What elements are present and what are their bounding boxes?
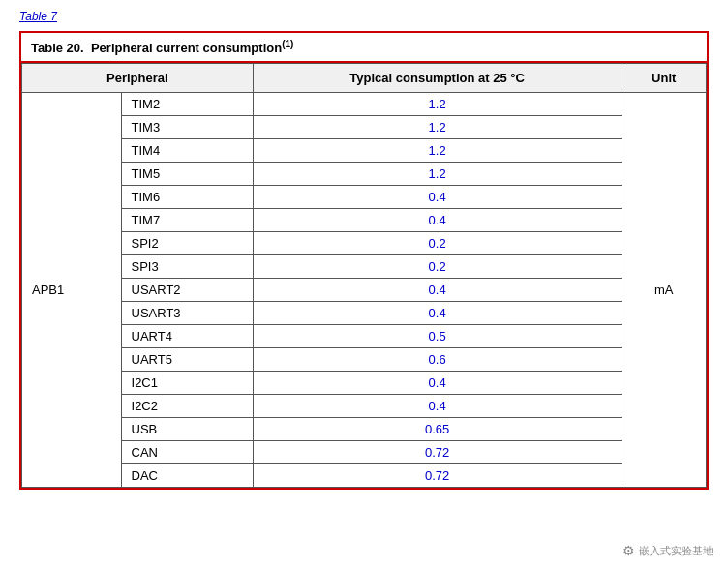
peripheral-name: I2C2: [121, 395, 253, 418]
table-row: TIM51.2: [22, 163, 707, 186]
consumption-value: 1.2: [253, 163, 622, 186]
table-row: TIM31.2: [22, 116, 707, 139]
consumption-value: 0.4: [253, 302, 622, 325]
peripheral-name: CAN: [121, 441, 253, 464]
peripheral-group: APB1: [22, 93, 122, 488]
watermark-text: 嵌入式实验基地: [639, 544, 713, 558]
consumption-value: 0.4: [253, 279, 622, 302]
table-row: I2C20.4: [22, 395, 707, 418]
peripheral-name: TIM7: [121, 209, 253, 232]
table-title: Table 20. Peripheral current consumption…: [21, 33, 707, 63]
table-row: CAN0.72: [22, 441, 707, 464]
consumption-value: 0.6: [253, 348, 622, 372]
consumption-value: 1.2: [253, 139, 622, 163]
peripheral-name: SPI2: [121, 232, 253, 255]
peripheral-name: UART4: [121, 325, 253, 348]
table-row: USART20.4: [22, 279, 707, 302]
peripheral-name: I2C1: [121, 372, 253, 395]
table-header-row: Peripheral Typical consumption at 25 °C …: [22, 64, 707, 93]
peripheral-name: TIM4: [121, 139, 253, 163]
peripheral-table: Peripheral Typical consumption at 25 °C …: [21, 63, 707, 488]
peripheral-name: TIM2: [121, 93, 253, 116]
unit-cell: mA: [622, 93, 706, 488]
peripheral-name: TIM6: [121, 186, 253, 209]
table-row: SPI30.2: [22, 255, 707, 279]
table-row: DAC0.72: [22, 464, 707, 488]
peripheral-name: USB: [121, 418, 253, 441]
peripheral-name: USART3: [121, 302, 253, 325]
peripheral-name: TIM3: [121, 116, 253, 139]
table-row: USB0.65: [22, 418, 707, 441]
watermark: ⚙ 嵌入式实验基地: [622, 543, 713, 558]
consumption-value: 1.2: [253, 116, 622, 139]
consumption-value: 0.5: [253, 325, 622, 348]
consumption-value: 0.72: [253, 441, 622, 464]
table-row: TIM60.4: [22, 186, 707, 209]
consumption-value: 0.4: [253, 395, 622, 418]
consumption-value: 0.4: [253, 209, 622, 232]
consumption-value: 0.4: [253, 372, 622, 395]
peripheral-name: UART5: [121, 348, 253, 372]
consumption-value: 0.72: [253, 464, 622, 488]
peripheral-name: DAC: [121, 464, 253, 488]
table-row: UART40.5: [22, 325, 707, 348]
peripheral-name: SPI3: [121, 255, 253, 279]
peripheral-name: USART2: [121, 279, 253, 302]
table-container: Table 20. Peripheral current consumption…: [19, 31, 709, 490]
table-row: I2C10.4: [22, 372, 707, 395]
table-row: TIM70.4: [22, 209, 707, 232]
consumption-value: 0.4: [253, 186, 622, 209]
table-row: APB1TIM21.2mA: [22, 93, 707, 116]
consumption-value: 0.2: [253, 255, 622, 279]
table-row: UART50.6: [22, 348, 707, 372]
table-row: SPI20.2: [22, 232, 707, 255]
consumption-value: 1.2: [253, 93, 622, 116]
table-row: TIM41.2: [22, 139, 707, 163]
table-row: USART30.4: [22, 302, 707, 325]
header-consumption: Typical consumption at 25 °C: [253, 64, 622, 93]
header-peripheral: Peripheral: [22, 64, 254, 93]
consumption-value: 0.2: [253, 232, 622, 255]
page-ref: Table 7: [19, 10, 709, 23]
watermark-icon: ⚙: [622, 543, 635, 558]
peripheral-name: TIM5: [121, 163, 253, 186]
header-unit: Unit: [622, 64, 706, 93]
consumption-value: 0.65: [253, 418, 622, 441]
